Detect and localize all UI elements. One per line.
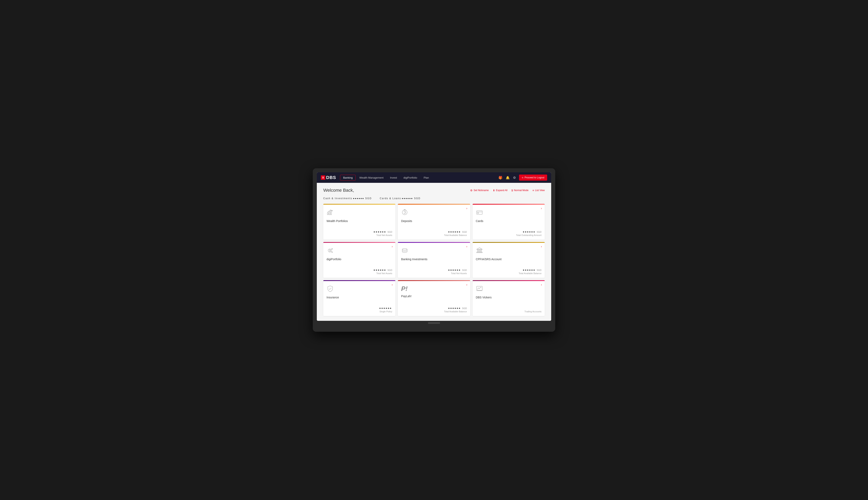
- svg-point-11: [402, 249, 407, 250]
- nav-wealth[interactable]: Wealth Management: [356, 175, 386, 180]
- svg-rect-13: [478, 249, 478, 252]
- insurance-bottom: ●●●●●● Single Policy: [327, 302, 392, 313]
- digi-amount-row: ●●●●●● SGD: [327, 268, 392, 272]
- investments-title: Banking Investments: [401, 258, 467, 261]
- insurance-border: [323, 280, 396, 281]
- cpfia-currency: SGD: [537, 269, 541, 271]
- welcome-title: Welcome Back,: [323, 188, 354, 193]
- mode-label: Normal Mode: [514, 189, 528, 192]
- deposits-chevron[interactable]: ›: [466, 207, 467, 210]
- paylah-amount-row: ●●●●●● SGD: [401, 306, 467, 310]
- cpfia-border: [472, 242, 545, 243]
- dbs-vickers-card[interactable]: › DBS Vickers: [472, 280, 545, 316]
- expand-icon: ⬇: [493, 189, 495, 192]
- digi-label: Total Net Assets: [327, 272, 392, 274]
- digi-amount: ●●●●●●: [373, 268, 386, 272]
- svg-rect-17: [477, 286, 482, 290]
- expand-label: Expand All: [496, 189, 507, 192]
- screen: X DBS Banking Wealth Management Invest d…: [317, 172, 551, 321]
- deposits-card[interactable]: › Deposits: [398, 204, 470, 240]
- shield-icon: [327, 285, 392, 294]
- cash-label: Cash & Investments: [323, 197, 352, 200]
- card-icon: [476, 209, 541, 217]
- digi-bottom: ●●●●●● SGD Total Net Assets: [327, 264, 392, 274]
- digi-currency: SGD: [387, 269, 392, 271]
- paylah-inner: P! PayLah! ●●●●●● SGD Total Available Ba…: [401, 283, 467, 313]
- deposits-bottom: ●●●●●● SGD Total Available Balance: [401, 226, 467, 236]
- summary-row: Cash & Investments ●●●●●● SGD Cards & Lo…: [323, 197, 545, 200]
- cpfia-inner: CPFIA/SRS Account ●●●●●● SGD Total Avail…: [476, 245, 541, 274]
- logout-arrow-icon: ⎋: [522, 176, 523, 179]
- cards-amount: ●●●●●●: [523, 230, 535, 233]
- logout-label: Proceed to Logout: [525, 176, 544, 179]
- nav-plan[interactable]: Plan: [421, 175, 432, 180]
- insurance-chevron[interactable]: ›: [392, 283, 393, 286]
- cash-amount: ●●●●●●: [353, 197, 365, 200]
- deposits-amount-row: ●●●●●● SGD: [401, 230, 467, 234]
- wealth-amount-row: ●●●●●● SGD: [327, 230, 392, 234]
- cpfia-chevron[interactable]: ›: [541, 245, 542, 248]
- paylah-card[interactable]: › P! PayLah! ●●●●●● SGD Total Available …: [398, 280, 470, 316]
- vickers-inner: DBS Vickers Trading Accounts: [476, 283, 541, 313]
- svg-rect-5: [477, 211, 482, 214]
- svg-rect-15: [481, 249, 481, 252]
- deposits-title: Deposits: [401, 219, 467, 223]
- paylah-chevron[interactable]: ›: [466, 283, 467, 286]
- digi-chevron[interactable]: ›: [392, 245, 393, 248]
- paylah-icon: P!: [401, 285, 467, 293]
- settings-icon[interactable]: ⚙: [513, 176, 516, 180]
- investments-border: [398, 242, 470, 243]
- paylah-currency: SGD: [462, 307, 467, 309]
- svg-point-3: [332, 211, 333, 211]
- credit-cards-card[interactable]: › Cards ●●●●●●: [472, 204, 545, 240]
- paylah-title: PayLah!: [401, 295, 467, 298]
- rewards-icon[interactable]: 🎁: [499, 176, 502, 180]
- wealth-bottom: ●●●●●● SGD Total Net Assets: [327, 226, 392, 236]
- expand-all-button[interactable]: ⬇ Expand All: [493, 189, 507, 192]
- chart-icon: [327, 209, 392, 217]
- cpfia-title: CPFIA/SRS Account: [476, 258, 541, 261]
- laptop-chin: [317, 321, 551, 323]
- wealth-amount: ●●●●●●: [373, 230, 386, 233]
- cards-sublabel: Total Outstanding Amount: [476, 234, 541, 236]
- vickers-chevron[interactable]: ›: [541, 283, 542, 286]
- laptop-notch: [428, 322, 440, 324]
- svg-rect-16: [477, 252, 482, 253]
- normal-mode-button[interactable]: $ Normal Mode: [511, 189, 528, 192]
- banking-investments-card[interactable]: › Banking Investments ●●●●: [398, 242, 470, 278]
- cards-border: [472, 204, 545, 205]
- investments-chevron[interactable]: ›: [466, 245, 467, 248]
- cash-currency: SGD: [365, 197, 372, 200]
- cards-chevron[interactable]: ›: [541, 207, 542, 210]
- svg-rect-1: [329, 212, 330, 215]
- cards-grid: Wealth Portfolios ●●●●●● SGD Total Net A…: [323, 204, 545, 316]
- investments-icon: [401, 247, 467, 255]
- digiportfolio-card[interactable]: › digiPortfolio: [323, 242, 396, 278]
- wealth-portfolios-card[interactable]: Wealth Portfolios ●●●●●● SGD Total Net A…: [323, 204, 396, 240]
- wealth-inner: Wealth Portfolios ●●●●●● SGD Total Net A…: [327, 207, 392, 236]
- nickname-label: Set Nickname: [473, 189, 489, 192]
- logo-x-icon: X: [321, 175, 325, 180]
- nav-banking[interactable]: Banking: [340, 175, 356, 181]
- nav-invest[interactable]: Invest: [387, 175, 400, 180]
- bank-icon: [476, 247, 541, 255]
- insurance-card[interactable]: › Insurance ●●●●●●: [323, 280, 396, 316]
- welcome-header: Welcome Back, ⚙ Set Nickname ⬇ Expand Al…: [323, 188, 545, 193]
- digi-border: [323, 242, 396, 243]
- nav-digiportfolio[interactable]: digiPortfolio: [401, 175, 420, 180]
- cards-amount: ●●●●●●: [402, 197, 414, 200]
- cards-title: Cards: [476, 219, 541, 223]
- logout-button[interactable]: ⎋ Proceed to Logout: [519, 174, 547, 181]
- paylah-bottom: ●●●●●● SGD Total Available Balance: [401, 302, 467, 313]
- navbar: X DBS Banking Wealth Management Invest d…: [317, 172, 551, 183]
- svg-rect-0: [327, 213, 328, 215]
- bell-icon[interactable]: 🔔: [506, 176, 510, 180]
- digi-title: digiPortfolio: [327, 258, 392, 261]
- list-view-button[interactable]: ≡ List View: [533, 189, 545, 192]
- nickname-icon: ⚙: [470, 189, 472, 192]
- cpfia-amount-row: ●●●●●● SGD: [476, 268, 541, 272]
- vickers-label: Trading Accounts: [476, 310, 541, 313]
- cards-bottom: ●●●●●● SGD Total Outstanding Amount: [476, 226, 541, 236]
- set-nickname-button[interactable]: ⚙ Set Nickname: [470, 189, 489, 192]
- cpfia-srs-card[interactable]: › CPFIA/SRS Account: [472, 242, 545, 278]
